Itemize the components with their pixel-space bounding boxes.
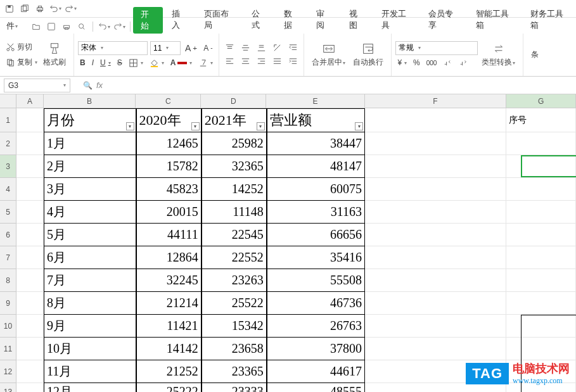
cell[interactable]: 32365 [202, 155, 267, 178]
tab-finance[interactable]: 财务工具箱 [522, 6, 576, 34]
tab-vip[interactable]: 会员专享 [419, 6, 466, 34]
cell[interactable]: 35416 [267, 246, 365, 269]
cell[interactable]: 23263 [202, 269, 267, 292]
row-header-4[interactable]: 4 [0, 178, 16, 201]
indent-dec-icon[interactable] [286, 42, 300, 54]
cell[interactable]: 2020年 [136, 108, 202, 132]
cell[interactable] [16, 246, 44, 269]
cell[interactable]: 44617 [267, 360, 365, 383]
cell[interactable]: 23333 [202, 383, 267, 392]
cell[interactable] [16, 383, 44, 392]
preview-icon[interactable] [18, 2, 32, 16]
cell[interactable]: 22552 [202, 246, 267, 269]
select-all-corner[interactable] [0, 94, 16, 108]
cell[interactable]: 46736 [267, 292, 365, 315]
filter-icon[interactable] [191, 122, 200, 130]
italic-button[interactable]: I [90, 57, 96, 68]
cell[interactable] [365, 178, 506, 201]
cell[interactable]: 48555 [267, 383, 365, 392]
border-button[interactable]: ▾ [127, 57, 145, 69]
cell[interactable] [365, 224, 506, 246]
clear-format-button[interactable]: ▾ [196, 57, 215, 69]
cell[interactable] [365, 292, 506, 315]
cell[interactable] [16, 155, 44, 178]
row-header-5[interactable]: 5 [0, 201, 16, 224]
filter-icon[interactable] [257, 122, 265, 130]
cell[interactable] [506, 155, 576, 178]
col-header-G[interactable]: G [506, 94, 576, 108]
percent-button[interactable]: % [411, 57, 422, 68]
fill-color-button[interactable]: ▾ [148, 57, 166, 69]
col-header-D[interactable]: D [201, 94, 266, 108]
cell[interactable] [506, 201, 576, 224]
cell[interactable]: 25982 [202, 132, 267, 155]
cell[interactable]: 1月 [44, 132, 136, 155]
cell[interactable]: 22545 [202, 224, 267, 246]
cell[interactable] [506, 224, 576, 246]
cell[interactable] [365, 155, 506, 178]
redo-icon[interactable]: ▾ [63, 2, 77, 16]
tab-start[interactable]: 开始 [133, 7, 163, 34]
type-convert-button[interactable]: 类型转换▾ [478, 39, 519, 70]
cell[interactable] [16, 360, 44, 383]
cell[interactable] [506, 178, 576, 201]
print-icon[interactable] [33, 2, 47, 16]
cell[interactable]: 序号 [506, 108, 576, 132]
cell[interactable]: 10月 [44, 338, 136, 360]
align-bottom-icon[interactable] [255, 42, 268, 54]
col-header-C[interactable]: C [136, 94, 201, 108]
cell[interactable]: 14252 [202, 178, 267, 201]
align-right-icon[interactable] [255, 56, 268, 68]
name-box[interactable]: G3▾ [4, 79, 70, 92]
cell[interactable]: 25522 [202, 292, 267, 315]
underline-button[interactable]: U▾ [98, 57, 113, 68]
row-header-12[interactable]: 12 [0, 360, 16, 383]
fx-icon[interactable]: fx [96, 80, 103, 90]
merge-center-button[interactable]: 合并居中▾ [308, 39, 349, 70]
undo2-icon[interactable]: ▾ [97, 20, 111, 34]
find-icon[interactable]: 🔍 [83, 81, 93, 90]
cell[interactable]: 31163 [267, 201, 365, 224]
cell[interactable] [365, 201, 506, 224]
row-header-6[interactable]: 6 [0, 224, 16, 246]
cell[interactable] [506, 315, 576, 338]
cell[interactable]: 12864 [136, 246, 202, 269]
cell[interactable]: 23365 [202, 360, 267, 383]
strike-button[interactable]: S [115, 57, 124, 68]
cell[interactable]: 44111 [136, 224, 202, 246]
currency-button[interactable]: ¥▾ [395, 57, 409, 68]
row-header-1[interactable]: 1 [0, 108, 16, 132]
cell[interactable]: 2月 [44, 155, 136, 178]
save2-icon[interactable] [44, 20, 58, 34]
comma-button[interactable]: 000 [425, 58, 439, 68]
align-center-icon[interactable] [239, 56, 252, 68]
undo-icon[interactable]: ▾ [48, 2, 62, 16]
increase-decimal-icon[interactable] [441, 57, 454, 69]
cell[interactable]: 21214 [136, 292, 202, 315]
cell[interactable]: 2021年 [202, 108, 267, 132]
cut-button[interactable]: 剪切 [4, 41, 39, 54]
filter-icon[interactable] [126, 122, 134, 130]
tab-smart[interactable]: 智能工具箱 [467, 6, 522, 34]
cell[interactable]: 48147 [267, 155, 365, 178]
cell[interactable]: 12月 [44, 383, 136, 392]
cell[interactable] [16, 269, 44, 292]
row-header-9[interactable]: 9 [0, 292, 16, 315]
cell[interactable]: 38447 [267, 132, 365, 155]
cell[interactable]: 7月 [44, 269, 136, 292]
cell[interactable]: 15342 [202, 315, 267, 338]
cell[interactable]: 66656 [267, 224, 365, 246]
cell[interactable] [16, 292, 44, 315]
cell[interactable] [506, 269, 576, 292]
wrap-text-button[interactable]: 自动换行 [349, 39, 387, 70]
cell[interactable]: 60075 [267, 178, 365, 201]
row-header-3[interactable]: 3 [0, 155, 16, 178]
cell[interactable] [16, 224, 44, 246]
row-header-8[interactable]: 8 [0, 269, 16, 292]
cell[interactable] [506, 292, 576, 315]
cell[interactable] [365, 315, 506, 338]
cell[interactable] [365, 338, 506, 360]
decrease-decimal-icon[interactable] [457, 57, 470, 69]
row-header-10[interactable]: 10 [0, 315, 16, 338]
row-header-2[interactable]: 2 [0, 132, 16, 155]
